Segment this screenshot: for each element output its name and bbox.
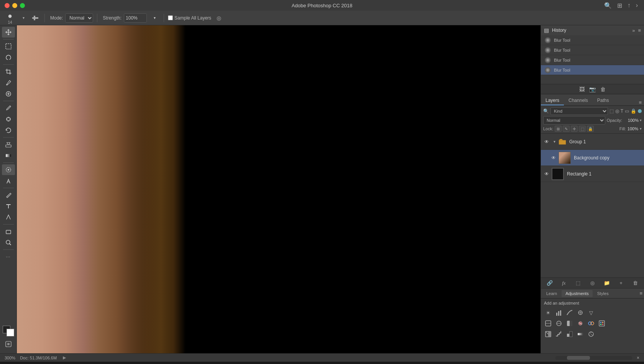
history-item-4[interactable]: Blur Tool: [541, 65, 644, 75]
selective-color-icon[interactable]: [587, 330, 595, 338]
threshold-icon[interactable]: [565, 330, 574, 338]
fill-value[interactable]: 100%: [628, 126, 638, 131]
gradient-tool[interactable]: [2, 150, 15, 161]
brush-mode-icon[interactable]: [30, 13, 41, 23]
black-white-icon[interactable]: [565, 319, 574, 328]
tab-adjustments[interactable]: Adjustments: [562, 290, 593, 297]
tab-learn[interactable]: Learn: [542, 290, 561, 297]
tab-styles[interactable]: Styles: [593, 290, 613, 297]
brush-picker-button[interactable]: ▾: [19, 13, 28, 23]
color-balance-icon[interactable]: [555, 319, 563, 328]
layer-mask-icon[interactable]: ⬚: [574, 279, 582, 287]
horizontal-scrollbar[interactable]: [555, 356, 632, 360]
pressure-icon[interactable]: ◎: [217, 15, 221, 21]
type-tool[interactable]: [2, 201, 15, 212]
minimize-button[interactable]: [12, 3, 17, 8]
history-item-3[interactable]: Blur Tool: [541, 55, 644, 65]
layer-group-1[interactable]: 👁 ▾ Group 1: [541, 134, 644, 150]
lock-artboard-icon[interactable]: ⬚: [579, 126, 586, 132]
history-brush-tool[interactable]: [2, 125, 15, 136]
strength-input[interactable]: [124, 13, 147, 23]
background-color[interactable]: [7, 329, 14, 336]
lock-pixels-icon[interactable]: ⊞: [555, 126, 562, 132]
share-icon[interactable]: ↑: [628, 2, 631, 9]
exposure-icon[interactable]: [576, 308, 585, 317]
lock-all-icon[interactable]: 🔒: [587, 126, 594, 132]
photo-filter-icon[interactable]: [576, 319, 585, 328]
history-snapshot-icon[interactable]: 🖼: [579, 86, 585, 92]
layer-link-icon[interactable]: 🔗: [545, 279, 554, 287]
arrow-icon[interactable]: ›: [636, 2, 638, 9]
history-delete-icon[interactable]: 🗑: [600, 86, 606, 92]
history-menu-button[interactable]: ≡: [638, 28, 641, 33]
history-expand-button[interactable]: »: [632, 28, 635, 33]
close-button-status[interactable]: ×: [637, 355, 639, 361]
layer-expand-group1[interactable]: ▾: [552, 139, 557, 144]
sample-all-layers-checkbox[interactable]: Sample All Layers: [168, 15, 211, 21]
close-button[interactable]: [5, 3, 10, 8]
layer-new-icon[interactable]: +: [617, 279, 625, 287]
layers-mode-select[interactable]: Normal: [543, 116, 605, 125]
opacity-dropdown[interactable]: ▾: [640, 118, 642, 122]
mode-select[interactable]: Normal: [65, 13, 93, 23]
layer-rectangle-1[interactable]: 👁 Rectangle 1: [541, 166, 644, 182]
strength-dropdown[interactable]: ▾: [149, 13, 160, 23]
smart-filter-icon[interactable]: 🔒: [631, 108, 636, 114]
shape-tool[interactable]: [2, 226, 15, 237]
tab-paths[interactable]: Paths: [593, 96, 614, 105]
levels-icon[interactable]: [555, 308, 563, 317]
vibrance-icon[interactable]: ▽: [587, 308, 595, 317]
tab-layers[interactable]: Layers: [541, 96, 564, 105]
layer-visibility-group1[interactable]: 👁: [543, 138, 550, 145]
view-icon[interactable]: ⊞: [617, 2, 622, 9]
crop-tool[interactable]: [2, 66, 15, 77]
clone-stamp-tool[interactable]: [2, 114, 15, 125]
marquee-tool[interactable]: [2, 41, 15, 52]
history-camera-icon[interactable]: 📷: [589, 86, 596, 92]
sample-all-layers-input[interactable]: [168, 15, 173, 20]
move-tool[interactable]: [2, 27, 15, 38]
shape-filter-icon[interactable]: ▭: [625, 108, 629, 114]
status-arrow[interactable]: ▶: [63, 355, 66, 360]
adjustment-filter-icon[interactable]: ◎: [615, 108, 619, 114]
search-icon[interactable]: 🔍: [604, 2, 612, 9]
eraser-tool[interactable]: [2, 139, 15, 150]
gradient-map-icon[interactable]: [576, 330, 585, 338]
pixel-filter-icon[interactable]: ⬚: [610, 108, 614, 114]
layers-panel-menu[interactable]: ≡: [639, 100, 642, 105]
fg-bg-swatches[interactable]: [3, 326, 14, 336]
history-item-1[interactable]: Blur Tool: [541, 35, 644, 45]
curves-icon[interactable]: [565, 308, 574, 317]
layer-group-button[interactable]: 📁: [603, 279, 611, 287]
dodge-tool[interactable]: [2, 175, 15, 186]
type-filter-icon[interactable]: T: [621, 108, 623, 114]
lasso-tool[interactable]: [2, 52, 15, 63]
brightness-contrast-icon[interactable]: ☀: [544, 308, 552, 317]
color-lookup-icon[interactable]: [598, 319, 606, 328]
fill-dropdown[interactable]: ▾: [640, 127, 642, 131]
layer-adjustment-icon[interactable]: ◎: [588, 279, 596, 287]
invert-icon[interactable]: [544, 330, 552, 338]
zoom-tool[interactable]: [2, 237, 15, 248]
opacity-value[interactable]: 100%: [623, 118, 639, 123]
history-item-2[interactable]: Blur Tool: [541, 45, 644, 55]
lock-move-icon[interactable]: ✛: [571, 126, 578, 132]
extras-button[interactable]: ···: [2, 251, 15, 262]
layers-kind-select[interactable]: Kind: [550, 107, 608, 115]
eyedropper-tool[interactable]: [2, 77, 15, 88]
brush-tool[interactable]: [2, 103, 15, 113]
hue-saturation-icon[interactable]: [544, 319, 552, 328]
layer-visibility-bgcopy[interactable]: 👁: [550, 154, 557, 161]
tab-channels[interactable]: Channels: [564, 96, 593, 105]
adjustments-menu-icon[interactable]: ≡: [639, 290, 642, 296]
quick-mask-tool[interactable]: [2, 339, 15, 349]
layer-visibility-rect1[interactable]: 👁: [543, 171, 550, 177]
layer-fx-icon[interactable]: fx: [560, 279, 568, 287]
lock-paint-icon[interactable]: ✎: [563, 126, 570, 132]
channel-mixer-icon[interactable]: [587, 319, 595, 328]
path-selection-tool[interactable]: [2, 212, 15, 223]
layer-background-copy[interactable]: 👁 Background copy: [541, 150, 644, 166]
healing-brush-tool[interactable]: [2, 89, 15, 99]
maximize-button[interactable]: [20, 3, 25, 8]
blur-tool[interactable]: [2, 164, 15, 175]
